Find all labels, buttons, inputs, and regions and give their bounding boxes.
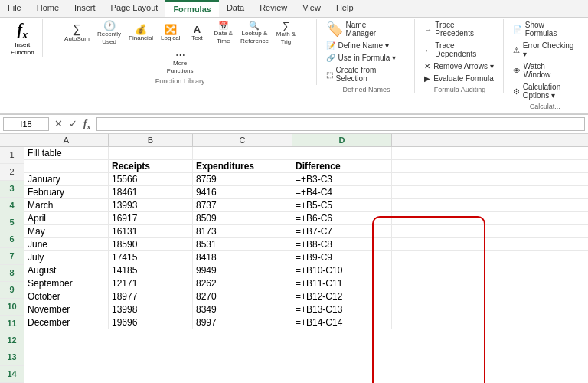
cell-b1[interactable] (109, 147, 193, 159)
cell-c4[interactable]: 9416 (193, 186, 292, 198)
cell-a1[interactable]: Fill table (24, 147, 109, 159)
cell-b4[interactable]: 18461 (109, 186, 193, 198)
cell-c12[interactable]: 8270 (193, 290, 292, 303)
cell-a9[interactable]: July (24, 251, 109, 264)
cell-c6[interactable]: 8509 (193, 212, 292, 224)
row-headers: 1 2 3 4 5 6 7 8 9 10 11 12 13 14 (0, 147, 24, 383)
cell-c14[interactable]: 8997 (193, 316, 292, 329)
cell-d5[interactable]: =+B5-C5 (292, 199, 392, 211)
cell-d4[interactable]: =+B4-C4 (292, 186, 392, 198)
cell-a13[interactable]: November (24, 303, 109, 316)
cell-c3[interactable]: 8759 (193, 173, 292, 185)
cell-b8[interactable]: 18590 (109, 238, 193, 250)
cell-b12[interactable]: 18977 (109, 290, 193, 303)
tab-data[interactable]: Data (219, 0, 252, 17)
ribbon-content: fx InsertFunction ∑ AutoSum 🕐 RecentlyUs… (0, 18, 588, 114)
cell-b6[interactable]: 16917 (109, 212, 193, 224)
remove-arrows-button[interactable]: ✕ Remove Arrows ▾ (421, 61, 496, 72)
show-formulas-button[interactable]: 📄 Show Formulas (510, 19, 580, 39)
cell-b11[interactable]: 12171 (109, 277, 193, 290)
name-box[interactable] (3, 117, 49, 131)
logical-button[interactable]: 🔀 Logical (158, 23, 183, 44)
confirm-icon[interactable]: ✓ (67, 117, 80, 130)
name-manager-button[interactable]: 🏷️ NameManager (323, 19, 379, 39)
autosum-button[interactable]: ∑ AutoSum (61, 21, 93, 44)
recently-used-button[interactable]: 🕐 RecentlyUsed (94, 19, 124, 47)
tab-formulas[interactable]: Formulas (165, 0, 219, 17)
cancel-icon[interactable]: ✕ (52, 117, 65, 130)
cell-d10[interactable]: =+B10-C10 (292, 264, 392, 277)
cell-d11[interactable]: =+B11-C11 (292, 277, 392, 290)
cell-d8[interactable]: =+B8-C8 (292, 238, 392, 250)
cell-c5[interactable]: 8737 (193, 199, 292, 211)
tab-page-layout[interactable]: Page Layout (103, 0, 166, 17)
ribbon: File Home Insert Page Layout Formulas Da… (0, 0, 588, 115)
cell-d14[interactable]: =+B14-C14 (292, 316, 392, 329)
cell-b13[interactable]: 13998 (109, 303, 193, 316)
cell-d12[interactable]: =+B12-C12 (292, 290, 392, 303)
cell-a5[interactable]: March (24, 199, 109, 211)
cell-b3[interactable]: 15566 (109, 173, 193, 185)
cell-a7[interactable]: May (24, 225, 109, 237)
cell-a12[interactable]: October (24, 290, 109, 303)
math-trig-button[interactable]: ∑ Math &Trig (273, 19, 299, 47)
date-time-button[interactable]: 📅 Date &Time (211, 20, 235, 46)
tab-file[interactable]: File (0, 0, 29, 17)
cell-a8[interactable]: June (24, 238, 109, 250)
cell-c13[interactable]: 8349 (193, 303, 292, 316)
function-fx-icon[interactable]: fx (81, 116, 93, 132)
tab-help[interactable]: Help (328, 0, 361, 17)
cell-d1[interactable] (292, 147, 392, 159)
cell-a14[interactable]: December (24, 316, 109, 329)
cell-d7[interactable]: =+B7-C7 (292, 225, 392, 237)
error-checking-button[interactable]: ⚠ Error Checking ▾ (510, 40, 580, 60)
cell-a3[interactable]: January (24, 173, 109, 185)
cell-c11[interactable]: 8262 (193, 277, 292, 290)
col-header-a: A (24, 134, 109, 146)
cell-a11[interactable]: September (24, 277, 109, 290)
cell-b5[interactable]: 13993 (109, 199, 193, 211)
cell-c8[interactable]: 8531 (193, 238, 292, 250)
tab-insert[interactable]: Insert (67, 0, 103, 17)
trace-precedents-button[interactable]: → Trace Precedents (421, 19, 498, 39)
cell-b2[interactable]: Receipts (109, 160, 193, 172)
more-functions-button[interactable]: ⋯ MoreFunctions (164, 48, 197, 76)
tab-review[interactable]: Review (252, 0, 295, 17)
cell-d13[interactable]: =+B13-C13 (292, 303, 392, 316)
cell-a6[interactable]: April (24, 212, 109, 224)
table-row: Receipts Expenditures Difference (24, 160, 588, 173)
financial-button[interactable]: 💰 Financial (126, 23, 156, 44)
use-in-formula-button[interactable]: 🔗 Use in Formula ▾ (323, 52, 400, 64)
cell-c1[interactable] (193, 147, 292, 159)
define-name-button[interactable]: 📝 Define Name ▾ (323, 40, 392, 51)
lookup-reference-button[interactable]: 🔍 Lookup &Reference (237, 20, 272, 46)
cell-b10[interactable]: 14185 (109, 264, 193, 277)
cell-b7[interactable]: 16131 (109, 225, 193, 237)
calculation-options-button[interactable]: ⚙ CalculationOptions ▾ (510, 81, 564, 101)
cell-a4[interactable]: February (24, 186, 109, 198)
create-from-selection-button[interactable]: ⬚ Create from Selection (323, 64, 410, 84)
cell-b14[interactable]: 19696 (109, 316, 193, 329)
cell-b9[interactable]: 17415 (109, 251, 193, 264)
tab-home[interactable]: Home (29, 0, 67, 17)
cell-c9[interactable]: 8418 (193, 251, 292, 264)
watch-window-button[interactable]: 👁 WatchWindow (510, 61, 554, 80)
trace-dependents-button[interactable]: ← Trace Dependents (421, 40, 498, 60)
cell-a2[interactable] (24, 160, 109, 172)
formula-input[interactable] (96, 117, 585, 131)
tab-view[interactable]: View (295, 0, 328, 17)
col-header-c: C (193, 134, 292, 146)
cell-d2[interactable]: Difference (292, 160, 392, 172)
cell-d9[interactable]: =+B9-C9 (292, 251, 392, 264)
cell-a10[interactable]: August (24, 264, 109, 277)
cell-c2[interactable]: Expenditures (193, 160, 292, 172)
row-header-12: 12 (0, 332, 24, 349)
cell-d3[interactable]: =+B3-C3 (292, 173, 392, 185)
cell-c7[interactable]: 8173 (193, 225, 292, 237)
table-row: November 13998 8349 =+B13-C13 (24, 303, 588, 316)
text-button[interactable]: A Text (185, 23, 209, 44)
cell-d6[interactable]: =+B6-C6 (292, 212, 392, 224)
insert-function-button[interactable]: fx InsertFunction (6, 19, 39, 57)
cell-c10[interactable]: 9949 (193, 264, 292, 277)
evaluate-formula-button[interactable]: ▶ Evaluate Formula (421, 73, 496, 84)
